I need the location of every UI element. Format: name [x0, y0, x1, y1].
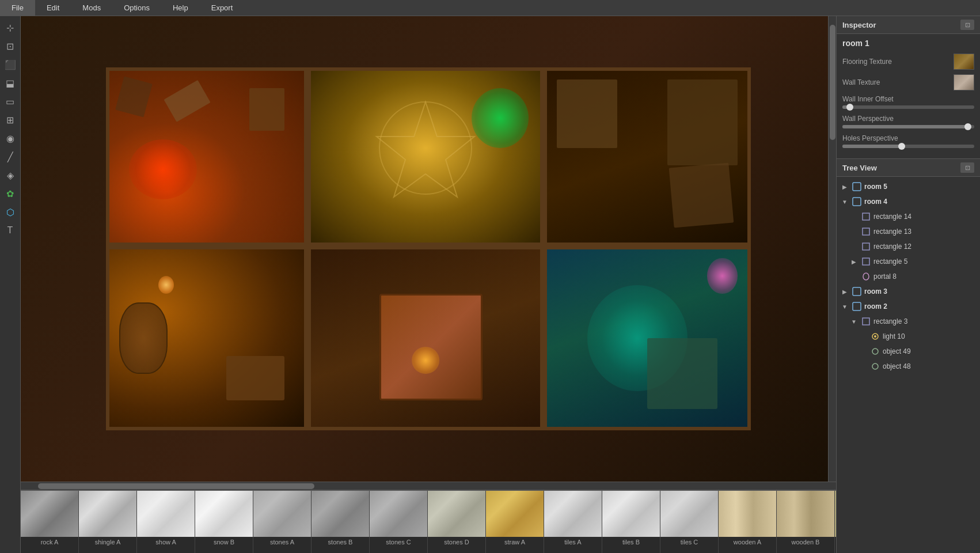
wall-inner-offset-thumb[interactable]	[846, 104, 853, 111]
expand-rect5[interactable]: ▶	[849, 257, 859, 266]
stamp-tool-btn[interactable]: ⊞	[2, 112, 18, 128]
menu-file[interactable]: File	[0, 0, 35, 16]
room-cell-tm	[307, 67, 544, 246]
holes-perspective-thumb[interactable]	[898, 143, 905, 150]
rect-icon-rect13	[860, 226, 872, 237]
texture-item-shingle-a[interactable]: shingle A	[79, 491, 137, 553]
texture-thumb-stones-d	[428, 491, 485, 537]
tree-view-panel: Tree View ⊡ ▶ room 5 ▼	[837, 159, 980, 553]
tree-item-light10[interactable]: light 10	[855, 329, 980, 344]
tree-item-rect3[interactable]: ▼ rectangle 3	[846, 314, 980, 329]
cursor-tool-btn[interactable]: ⊹	[2, 20, 18, 36]
texture-label-snow-a: show A	[155, 537, 176, 547]
texture-item-straw-a[interactable]: straw A	[486, 491, 544, 553]
texture-item-tiles-c[interactable]: tiles C	[660, 491, 719, 553]
expand-rect3[interactable]: ▼	[849, 317, 859, 326]
wall-perspective-slider[interactable]	[842, 125, 974, 128]
texture-item-stones-d[interactable]: stones D	[428, 491, 486, 553]
tree-item-room3[interactable]: ▶ room 3	[837, 284, 980, 299]
dungeon-canvas[interactable]	[21, 16, 836, 482]
texture-item-snow-b[interactable]: snow B	[195, 491, 253, 553]
svg-rect-2	[853, 183, 861, 191]
texture-item-stones-b[interactable]: stones B	[312, 491, 370, 553]
box-tool-btn[interactable]: ⬛	[2, 56, 18, 73]
menu-edit[interactable]: Edit	[35, 0, 71, 16]
tree-item-room2[interactable]: ▼ room 2	[837, 299, 980, 314]
expand-room3[interactable]: ▶	[840, 287, 849, 296]
tree-label-light10: light 10	[883, 332, 905, 340]
tree-item-obj48[interactable]: object 48	[855, 359, 980, 374]
wall-inner-offset-slider-row: Wall Inner Offset	[842, 95, 974, 109]
menu-help[interactable]: Help	[161, 0, 200, 16]
wall-texture-row: Wall Texture	[842, 74, 974, 90]
texture-label-shingle-a: shingle A	[95, 537, 121, 547]
wall-perspective-fill	[842, 125, 968, 128]
wall-inner-offset-slider[interactable]	[842, 105, 974, 109]
canvas-hscroll[interactable]	[21, 482, 836, 490]
texture-thumb-tiles-a	[544, 491, 602, 537]
left-toolbar: ⊹ ⊡ ⬛ ⬓ ▭ ⊞ ◉ ╱ ◈ ✿ ⬡ T	[0, 16, 21, 553]
tree-item-rect13[interactable]: rectangle 13	[846, 224, 980, 239]
line-tool-btn[interactable]: ╱	[2, 149, 18, 165]
room-icon-room5	[851, 181, 863, 192]
texture-item-tiles-b[interactable]: tiles B	[602, 491, 660, 553]
move-tool-btn[interactable]: ⊡	[2, 38, 18, 54]
inspector-pin-btn[interactable]: ⊡	[960, 20, 974, 30]
object-tool-btn[interactable]: ⬡	[2, 204, 18, 220]
svg-rect-9	[853, 287, 861, 296]
expand-room5[interactable]: ▶	[840, 182, 849, 191]
tree-item-portal8[interactable]: portal 8	[846, 269, 980, 284]
wall-perspective-thumb[interactable]	[964, 123, 971, 130]
flooring-texture-row: Flooring Texture	[842, 54, 974, 70]
wall-tool-btn[interactable]: ▭	[2, 93, 18, 109]
tree-item-rect12[interactable]: rectangle 12	[846, 239, 980, 254]
texture-thumb-snow-a	[137, 491, 195, 537]
canvas-vscroll[interactable]	[828, 16, 836, 482]
menu-mods[interactable]: Mods	[71, 0, 112, 16]
texture-thumb-snow-b	[195, 491, 253, 537]
tree-item-rect14[interactable]: rectangle 14	[846, 209, 980, 224]
expand-room4[interactable]: ▼	[840, 197, 849, 206]
inspector-panel: Inspector ⊡ room 1 Flooring Texture Wall…	[837, 16, 980, 159]
texture-label-straw-a: straw A	[504, 537, 525, 547]
flooring-texture-swatch[interactable]	[954, 54, 974, 70]
svg-rect-11	[863, 318, 869, 325]
tree-label-rect12: rectangle 12	[873, 243, 911, 251]
paint-tool-btn[interactable]: ◉	[2, 130, 18, 146]
canvas-viewport[interactable]	[21, 16, 836, 482]
wall-texture-swatch[interactable]	[954, 74, 974, 90]
inspector-header: Inspector ⊡	[837, 16, 980, 34]
texture-item-stones-a[interactable]: stones A	[253, 491, 312, 553]
menu-export[interactable]: Export	[200, 0, 245, 16]
texture-label-stones-b: stones B	[328, 537, 353, 547]
wall-perspective-label: Wall Perspective	[842, 115, 974, 123]
texture-item-wooden-b[interactable]: wooden B	[777, 491, 835, 553]
tree-item-room4[interactable]: ▼ room 4	[837, 194, 980, 209]
holes-perspective-label: Holes Perspective	[842, 134, 974, 142]
expand-room2[interactable]: ▼	[840, 302, 849, 311]
texture-item-stones-c[interactable]: stones C	[370, 491, 428, 553]
holes-perspective-slider[interactable]	[842, 145, 974, 148]
texture-label-wooden-a: wooden A	[734, 537, 761, 547]
texture-item-rock-a[interactable]: rock A	[21, 491, 79, 553]
right-panel: Inspector ⊡ room 1 Flooring Texture Wall…	[836, 16, 980, 553]
vscroll-thumb[interactable]	[830, 25, 835, 140]
add-tool-btn[interactable]: ✿	[2, 185, 18, 202]
eraser-tool-btn[interactable]: ◈	[2, 167, 18, 183]
layer-tool-btn[interactable]: ⬓	[2, 75, 18, 91]
texture-thumb-wooden-a	[719, 491, 776, 537]
texture-item-snow-a[interactable]: show A	[137, 491, 195, 553]
hscroll-thumb[interactable]	[38, 483, 314, 489]
menu-options[interactable]: Options	[112, 0, 161, 16]
text-tool-btn[interactable]: T	[2, 222, 18, 238]
texture-thumb-tiles-c	[660, 491, 718, 537]
tree-item-rect5[interactable]: ▶ rectangle 5	[846, 254, 980, 269]
texture-item-wooden-a[interactable]: wooden A	[719, 491, 777, 553]
svg-point-15	[872, 363, 878, 369]
tree-item-room5[interactable]: ▶ room 5	[837, 179, 980, 194]
texture-item-tiles-a[interactable]: tiles A	[544, 491, 602, 553]
tree-label-obj48: object 48	[883, 362, 911, 370]
tree-item-obj49[interactable]: object 49	[855, 344, 980, 359]
canvas-area: rock A shingle A show A snow B stones A	[21, 16, 836, 553]
tree-view-pin-btn[interactable]: ⊡	[960, 162, 974, 173]
